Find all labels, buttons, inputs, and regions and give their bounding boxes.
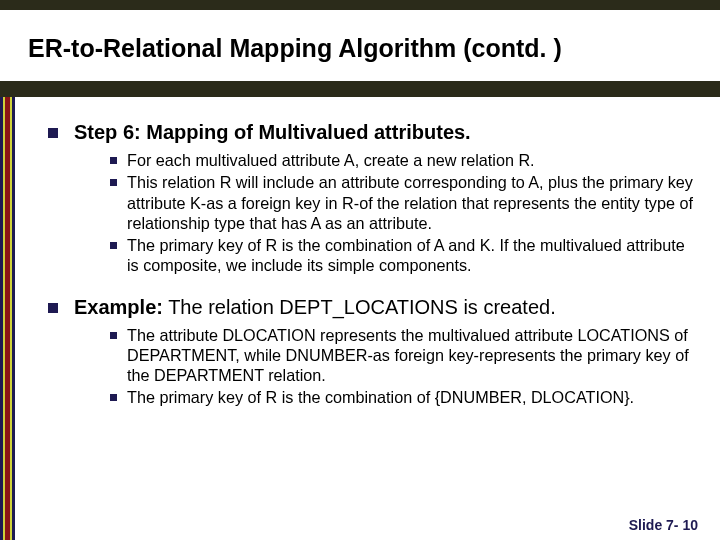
square-bullet-icon [110,157,117,164]
square-bullet-icon [48,128,58,138]
sub-bullets: The attribute DLOCATION represents the m… [110,325,694,408]
title-band: ER-to-Relational Mapping Algorithm (cont… [0,0,720,97]
bullet-level2: For each multivalued attribute A, create… [110,150,694,170]
slide: ER-to-Relational Mapping Algorithm (cont… [0,0,720,540]
square-bullet-icon [110,394,117,401]
square-bullet-icon [48,303,58,313]
content: Step 6: Mapping of Multivalued attribute… [0,97,720,408]
bullet-level1: Step 6: Mapping of Multivalued attribute… [48,121,694,144]
section-heading: Example: The relation DEPT_LOCATIONS is … [74,296,556,319]
left-stripes [0,97,15,540]
slide-title: ER-to-Relational Mapping Algorithm (cont… [0,10,720,81]
square-bullet-icon [110,332,117,339]
square-bullet-icon [110,179,117,186]
bullet-level2: The primary key of R is the combination … [110,235,694,276]
square-bullet-icon [110,242,117,249]
slide-number: Slide 7- 10 [629,517,698,533]
bullet-level2: The attribute DLOCATION represents the m… [110,325,694,386]
sub-bullet-text: The primary key of R is the combination … [127,235,694,276]
heading-suffix: The relation DEPT_LOCATIONS is created. [163,296,556,318]
bullet-level1: Example: The relation DEPT_LOCATIONS is … [48,296,694,319]
sub-bullet-text: For each multivalued attribute A, create… [127,150,535,170]
sub-bullet-text: The primary key of R is the combination … [127,387,634,407]
bullet-level2: The primary key of R is the combination … [110,387,694,407]
stripe-navy [12,97,15,540]
section-heading: Step 6: Mapping of Multivalued attribute… [74,121,471,144]
heading-prefix: Example: [74,296,163,318]
slide-body: Step 6: Mapping of Multivalued attribute… [0,97,720,540]
sub-bullet-text: This relation R will include an attribut… [127,172,694,233]
sub-bullets: For each multivalued attribute A, create… [110,150,694,276]
bullet-level2: This relation R will include an attribut… [110,172,694,233]
sub-bullet-text: The attribute DLOCATION represents the m… [127,325,694,386]
